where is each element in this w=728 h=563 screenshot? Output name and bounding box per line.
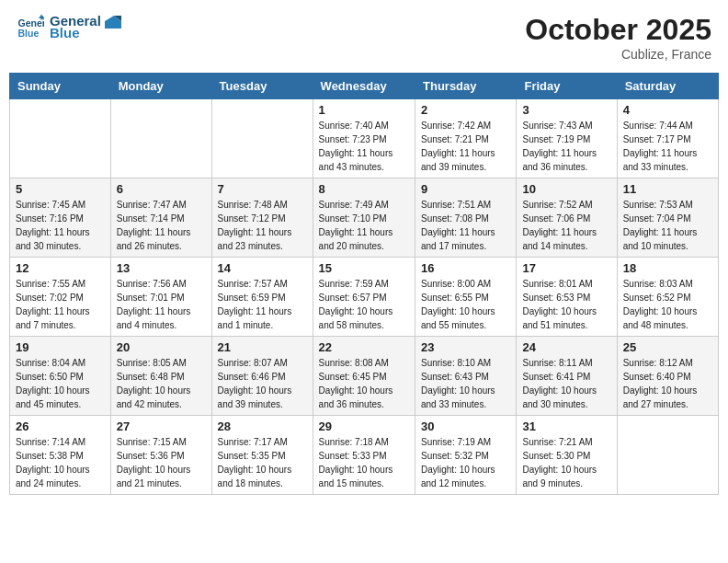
logo-icon: General Blue xyxy=(17,13,44,40)
day-info: Sunrise: 7:15 AM Sunset: 5:36 PM Dayligh… xyxy=(117,435,206,490)
day-info: Sunrise: 8:01 AM Sunset: 6:53 PM Dayligh… xyxy=(522,277,610,332)
empty-cell xyxy=(10,99,111,178)
day-info: Sunrise: 7:45 AM Sunset: 7:16 PM Dayligh… xyxy=(16,198,105,253)
day-number: 18 xyxy=(623,261,712,275)
day-number: 9 xyxy=(421,182,510,196)
day-cell-3: 3Sunrise: 7:43 AM Sunset: 7:19 PM Daylig… xyxy=(517,99,617,178)
day-number: 27 xyxy=(117,419,206,433)
day-cell-8: 8Sunrise: 7:49 AM Sunset: 7:10 PM Daylig… xyxy=(313,178,415,258)
day-number: 13 xyxy=(117,261,206,275)
col-header-monday: Monday xyxy=(110,74,211,99)
day-number: 11 xyxy=(623,182,712,196)
day-number: 4 xyxy=(623,103,712,117)
day-info: Sunrise: 8:00 AM Sunset: 6:55 PM Dayligh… xyxy=(421,277,510,332)
location: Cublize, France xyxy=(525,47,711,62)
day-info: Sunrise: 7:40 AM Sunset: 7:23 PM Dayligh… xyxy=(319,119,409,174)
day-info: Sunrise: 7:59 AM Sunset: 6:57 PM Dayligh… xyxy=(319,277,409,332)
day-number: 26 xyxy=(16,419,105,433)
day-cell-13: 13Sunrise: 7:56 AM Sunset: 7:01 PM Dayli… xyxy=(110,258,211,337)
page-header: General Blue General Blue October 2025 C… xyxy=(9,9,719,65)
day-cell-24: 24Sunrise: 8:11 AM Sunset: 6:41 PM Dayli… xyxy=(517,337,617,416)
day-number: 8 xyxy=(319,182,409,196)
day-number: 7 xyxy=(218,182,307,196)
day-info: Sunrise: 7:47 AM Sunset: 7:14 PM Dayligh… xyxy=(117,198,206,253)
day-cell-23: 23Sunrise: 8:10 AM Sunset: 6:43 PM Dayli… xyxy=(415,337,517,416)
day-number: 19 xyxy=(16,340,105,354)
day-info: Sunrise: 7:52 AM Sunset: 7:06 PM Dayligh… xyxy=(522,198,610,253)
day-cell-30: 30Sunrise: 7:19 AM Sunset: 5:32 PM Dayli… xyxy=(415,416,517,495)
day-cell-22: 22Sunrise: 8:08 AM Sunset: 6:45 PM Dayli… xyxy=(313,337,415,416)
day-cell-12: 12Sunrise: 7:55 AM Sunset: 7:02 PM Dayli… xyxy=(10,258,111,337)
day-number: 2 xyxy=(421,103,510,117)
day-cell-17: 17Sunrise: 8:01 AM Sunset: 6:53 PM Dayli… xyxy=(517,258,617,337)
month-title: October 2025 xyxy=(525,13,711,47)
day-number: 3 xyxy=(522,103,610,117)
day-info: Sunrise: 7:53 AM Sunset: 7:04 PM Dayligh… xyxy=(623,198,712,253)
day-number: 16 xyxy=(421,261,510,275)
day-info: Sunrise: 8:04 AM Sunset: 6:50 PM Dayligh… xyxy=(16,356,105,411)
day-number: 20 xyxy=(117,340,206,354)
day-cell-10: 10Sunrise: 7:52 AM Sunset: 7:06 PM Dayli… xyxy=(517,178,617,258)
day-info: Sunrise: 8:12 AM Sunset: 6:40 PM Dayligh… xyxy=(623,356,712,411)
week-row-3: 12Sunrise: 7:55 AM Sunset: 7:02 PM Dayli… xyxy=(10,258,719,337)
day-info: Sunrise: 8:08 AM Sunset: 6:45 PM Dayligh… xyxy=(319,356,409,411)
day-info: Sunrise: 8:03 AM Sunset: 6:52 PM Dayligh… xyxy=(623,277,712,332)
day-info: Sunrise: 7:55 AM Sunset: 7:02 PM Dayligh… xyxy=(16,277,105,332)
day-cell-19: 19Sunrise: 8:04 AM Sunset: 6:50 PM Dayli… xyxy=(10,337,111,416)
day-info: Sunrise: 7:48 AM Sunset: 7:12 PM Dayligh… xyxy=(218,198,307,253)
day-info: Sunrise: 7:18 AM Sunset: 5:33 PM Dayligh… xyxy=(319,435,409,490)
day-number: 14 xyxy=(218,261,307,275)
day-info: Sunrise: 7:19 AM Sunset: 5:32 PM Dayligh… xyxy=(421,435,510,490)
day-cell-31: 31Sunrise: 7:21 AM Sunset: 5:30 PM Dayli… xyxy=(517,416,617,495)
day-number: 1 xyxy=(319,103,409,117)
empty-cell xyxy=(110,99,211,178)
logo-blue: Blue xyxy=(50,25,121,40)
day-cell-1: 1Sunrise: 7:40 AM Sunset: 7:23 PM Daylig… xyxy=(313,99,415,178)
day-cell-20: 20Sunrise: 8:05 AM Sunset: 6:48 PM Dayli… xyxy=(110,337,211,416)
day-cell-9: 9Sunrise: 7:51 AM Sunset: 7:08 PM Daylig… xyxy=(415,178,517,258)
day-number: 30 xyxy=(421,419,510,433)
day-cell-11: 11Sunrise: 7:53 AM Sunset: 7:04 PM Dayli… xyxy=(617,178,718,258)
col-header-saturday: Saturday xyxy=(617,74,718,99)
day-cell-21: 21Sunrise: 8:07 AM Sunset: 6:46 PM Dayli… xyxy=(211,337,313,416)
week-row-5: 26Sunrise: 7:14 AM Sunset: 5:38 PM Dayli… xyxy=(10,416,719,495)
day-info: Sunrise: 7:21 AM Sunset: 5:30 PM Dayligh… xyxy=(522,435,610,490)
day-info: Sunrise: 7:14 AM Sunset: 5:38 PM Dayligh… xyxy=(16,435,105,490)
day-cell-6: 6Sunrise: 7:47 AM Sunset: 7:14 PM Daylig… xyxy=(110,178,211,258)
svg-text:Blue: Blue xyxy=(18,28,40,39)
day-info: Sunrise: 8:11 AM Sunset: 6:41 PM Dayligh… xyxy=(522,356,610,411)
day-number: 10 xyxy=(522,182,610,196)
day-number: 31 xyxy=(522,419,610,433)
title-section: October 2025 Cublize, France xyxy=(525,13,711,62)
day-info: Sunrise: 7:57 AM Sunset: 6:59 PM Dayligh… xyxy=(218,277,307,332)
day-cell-7: 7Sunrise: 7:48 AM Sunset: 7:12 PM Daylig… xyxy=(211,178,313,258)
day-cell-2: 2Sunrise: 7:42 AM Sunset: 7:21 PM Daylig… xyxy=(415,99,517,178)
day-info: Sunrise: 7:17 AM Sunset: 5:35 PM Dayligh… xyxy=(218,435,307,490)
day-cell-29: 29Sunrise: 7:18 AM Sunset: 5:33 PM Dayli… xyxy=(313,416,415,495)
empty-cell xyxy=(617,416,718,495)
day-number: 6 xyxy=(117,182,206,196)
day-info: Sunrise: 7:42 AM Sunset: 7:21 PM Dayligh… xyxy=(421,119,510,174)
day-info: Sunrise: 7:49 AM Sunset: 7:10 PM Dayligh… xyxy=(319,198,409,253)
day-number: 23 xyxy=(421,340,510,354)
col-header-tuesday: Tuesday xyxy=(211,74,313,99)
col-header-sunday: Sunday xyxy=(10,74,111,99)
day-cell-15: 15Sunrise: 7:59 AM Sunset: 6:57 PM Dayli… xyxy=(313,258,415,337)
week-row-1: 1Sunrise: 7:40 AM Sunset: 7:23 PM Daylig… xyxy=(10,99,719,178)
day-cell-27: 27Sunrise: 7:15 AM Sunset: 5:36 PM Dayli… xyxy=(110,416,211,495)
day-info: Sunrise: 8:10 AM Sunset: 6:43 PM Dayligh… xyxy=(421,356,510,411)
day-info: Sunrise: 7:51 AM Sunset: 7:08 PM Dayligh… xyxy=(421,198,510,253)
day-number: 5 xyxy=(16,182,105,196)
week-row-2: 5Sunrise: 7:45 AM Sunset: 7:16 PM Daylig… xyxy=(10,178,719,258)
day-number: 17 xyxy=(522,261,610,275)
header-row: SundayMondayTuesdayWednesdayThursdayFrid… xyxy=(10,74,719,99)
day-number: 15 xyxy=(319,261,409,275)
day-cell-14: 14Sunrise: 7:57 AM Sunset: 6:59 PM Dayli… xyxy=(211,258,313,337)
week-row-4: 19Sunrise: 8:04 AM Sunset: 6:50 PM Dayli… xyxy=(10,337,719,416)
logo: General Blue General Blue xyxy=(17,13,121,40)
day-number: 21 xyxy=(218,340,307,354)
day-number: 28 xyxy=(218,419,307,433)
day-info: Sunrise: 7:56 AM Sunset: 7:01 PM Dayligh… xyxy=(117,277,206,332)
day-number: 22 xyxy=(319,340,409,354)
day-cell-18: 18Sunrise: 8:03 AM Sunset: 6:52 PM Dayli… xyxy=(617,258,718,337)
